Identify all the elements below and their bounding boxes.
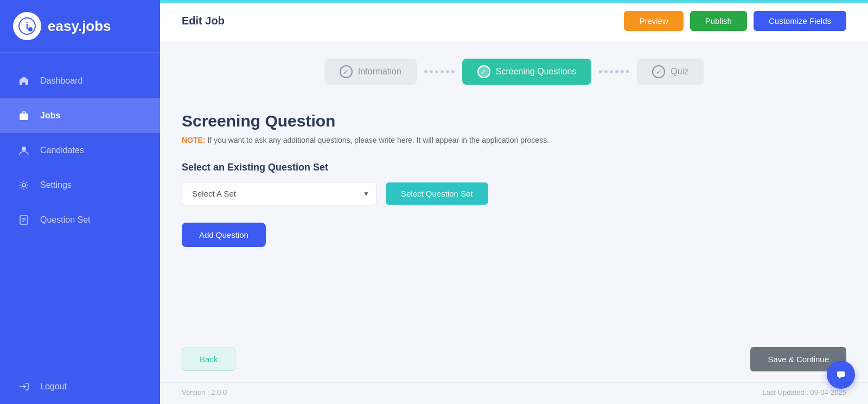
sidebar-footer: Logout — [0, 369, 160, 404]
logo-area: i easy.jobs — [0, 0, 160, 53]
candidates-icon — [16, 143, 31, 158]
footer-info: Version : 2.0.0 Last Updated : 09-04-202… — [160, 382, 868, 404]
customize-fields-button[interactable]: Customize Fields — [754, 11, 846, 31]
sidebar-item-settings-label: Settings — [40, 180, 72, 190]
step-dots-1 — [417, 70, 462, 73]
back-button[interactable]: Back — [182, 348, 235, 371]
sidebar-nav: Dashboard Jobs Candidates — [0, 53, 160, 369]
sidebar-item-candidates-label: Candidates — [40, 146, 84, 155]
sidebar-item-jobs-label: Jobs — [40, 111, 60, 121]
select-section-title: Select an Existing Question Set — [182, 162, 846, 173]
publish-button[interactable]: Publish — [690, 11, 747, 31]
step-screening-label: Screening Questions — [496, 67, 577, 77]
dot — [451, 70, 455, 73]
select-question-set-button[interactable]: Select Question Set — [386, 182, 488, 205]
topbar-actions: Preview Publish Customize Fields — [624, 11, 846, 31]
section-title: Screening Question — [182, 112, 846, 130]
svg-text:i: i — [25, 21, 28, 31]
home-icon — [16, 73, 31, 89]
svg-point-2 — [28, 27, 33, 31]
sidebar-item-dashboard-label: Dashboard — [40, 76, 82, 86]
svg-rect-3 — [20, 113, 28, 120]
logo-text: easy.jobs — [48, 18, 111, 35]
step-information-label: Information — [358, 67, 401, 77]
note-label: NOTE: — [182, 136, 206, 144]
dot — [604, 70, 608, 73]
logout-item[interactable]: Logout — [16, 379, 144, 394]
sidebar-item-question-set-label: Question Set — [40, 215, 91, 225]
logo-icon: i — [13, 12, 41, 40]
jobs-icon — [16, 108, 31, 123]
dot — [610, 70, 613, 73]
settings-icon — [16, 178, 31, 193]
dot — [435, 70, 438, 73]
topbar: Edit Job Preview Publish Customize Field… — [160, 0, 868, 42]
dot — [615, 70, 618, 73]
select-row: Select A Set ▼ Select Question Set — [182, 182, 846, 205]
main-content: Edit Job Preview Publish Customize Field… — [160, 0, 868, 404]
sidebar-item-dashboard[interactable]: Dashboard — [0, 64, 160, 98]
sidebar-item-jobs[interactable]: Jobs — [0, 98, 160, 133]
add-question-button[interactable]: Add Question — [182, 223, 266, 247]
question-set-select-wrapper: Select A Set ▼ — [182, 182, 377, 205]
dot — [626, 70, 629, 73]
svg-point-4 — [22, 147, 26, 151]
sidebar-item-question-set[interactable]: Question Set — [0, 203, 160, 237]
sidebar-item-settings[interactable]: Settings — [0, 168, 160, 203]
dot — [424, 70, 427, 73]
dot — [599, 70, 602, 73]
question-set-select[interactable]: Select A Set — [182, 182, 377, 205]
dot — [430, 70, 433, 73]
dot — [621, 70, 624, 73]
footer-actions: Back Save & Continue — [160, 347, 868, 382]
step-screening[interactable]: ✓ Screening Questions — [462, 59, 592, 85]
page-title: Edit Job — [182, 15, 225, 27]
chat-button[interactable] — [827, 361, 855, 389]
step-dots-2 — [591, 70, 637, 73]
step-information[interactable]: ✓ Information — [324, 59, 417, 85]
note-text: If you want to ask any additional questi… — [206, 136, 549, 144]
step-quiz[interactable]: ✓ Quiz — [637, 59, 704, 85]
dot — [446, 70, 449, 73]
step-screening-icon: ✓ — [477, 65, 490, 78]
step-quiz-icon: ✓ — [652, 65, 665, 78]
progress-bar — [160, 0, 868, 3]
dot — [441, 70, 444, 73]
step-information-icon: ✓ — [340, 65, 353, 78]
version-text: Version : 2.0.0 — [182, 388, 227, 396]
step-quiz-label: Quiz — [671, 67, 688, 77]
logout-label: Logout — [40, 382, 67, 392]
sidebar: i easy.jobs Dashboard Jobs — [0, 0, 160, 404]
steps-bar: ✓ Information ✓ Screening Questions ✓ Qu… — [160, 42, 868, 96]
section-note: NOTE: If you want to ask any additional … — [182, 136, 846, 144]
content-area: Screening Question NOTE: If you want to … — [160, 96, 868, 347]
sidebar-item-candidates[interactable]: Candidates — [0, 133, 160, 168]
last-updated-text: Last Updated : 09-04-2025 — [762, 388, 846, 396]
svg-point-5 — [22, 184, 25, 187]
question-set-icon — [16, 212, 31, 228]
preview-button[interactable]: Preview — [624, 11, 683, 31]
logout-icon — [16, 379, 31, 394]
